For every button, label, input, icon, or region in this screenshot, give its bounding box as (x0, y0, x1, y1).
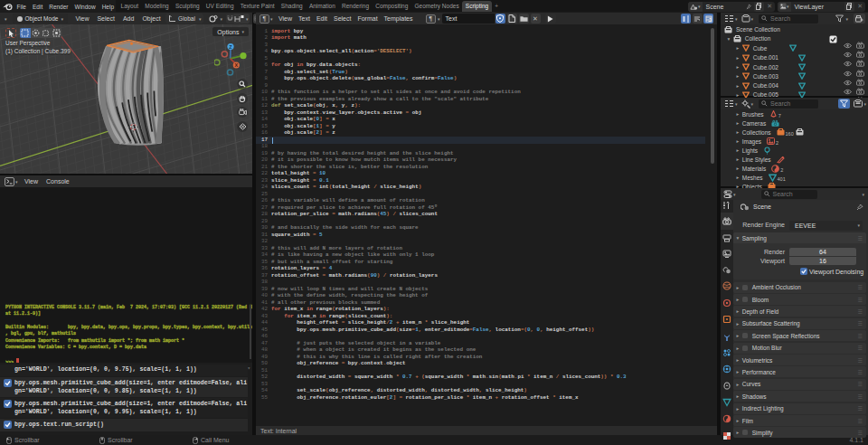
svg-text:X: X (234, 62, 238, 68)
